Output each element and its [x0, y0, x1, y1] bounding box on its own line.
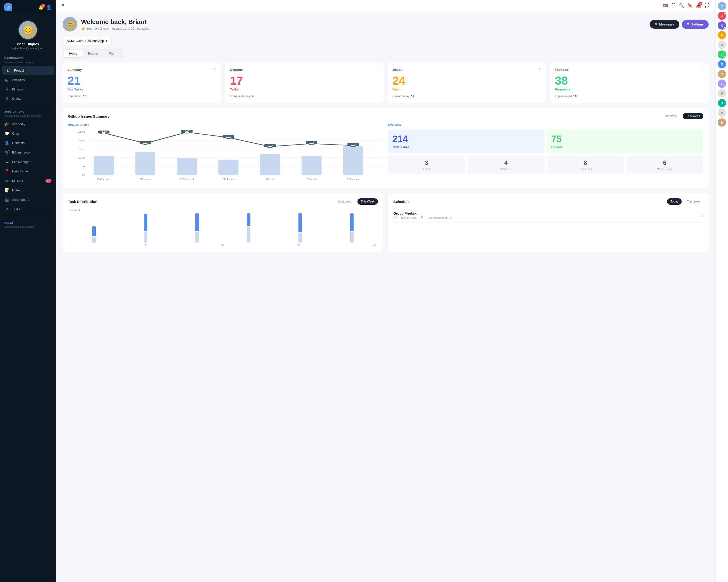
right-avatar-13[interactable]: E [718, 118, 726, 127]
right-avatar-9[interactable]: L [718, 80, 726, 88]
sidebar-item-label: Chat [12, 132, 19, 135]
menu-icon[interactable]: ≡ [62, 3, 64, 8]
svg-point-36 [226, 137, 232, 139]
avatar[interactable]: 😊 [18, 20, 37, 40]
this-week-btn-github[interactable]: This Week [683, 113, 703, 119]
right-avatar-4[interactable]: A [718, 31, 726, 39]
stat-title-issues: Issues [392, 68, 402, 72]
chevron-right-icon-2: › [51, 170, 51, 173]
tab-team[interactable]: Team [103, 50, 122, 57]
schedule-period-btns: Today Tomorrow [667, 198, 703, 205]
right-avatar-8[interactable]: S [718, 70, 726, 78]
inbox-icon[interactable]: 📥 5 [696, 3, 701, 8]
sidebar-item-notes[interactable]: 📝 Notes [0, 186, 56, 195]
bookmark-icon[interactable]: 🔖 [687, 3, 693, 8]
sidebar-item-label: Contacts [12, 141, 25, 145]
stat-number-overdue: 17 [230, 75, 379, 87]
messages-button[interactable]: ✉ Messages [650, 20, 679, 29]
right-panel: B J K A M T R S L M D M E [716, 0, 728, 582]
sidebar-item-file-manager[interactable]: ☁ File Manager [0, 157, 56, 167]
today-btn-schedule[interactable]: Today [667, 198, 682, 205]
svg-text:Thu: Thu [222, 178, 235, 181]
sidebar-item-label: ECommerce [12, 150, 30, 154]
notification-badge: 3 [41, 4, 45, 7]
closed-card: 75 Closed [547, 130, 703, 153]
right-avatar-6[interactable]: T [718, 51, 726, 59]
stat-menu-issues[interactable]: ⋮ [538, 67, 541, 72]
sidebar-item-mailbox[interactable]: ✉ Mailbox 27 [0, 176, 56, 186]
online-indicator-9 [724, 85, 726, 87]
gear-icon: ⚙ [686, 23, 690, 26]
github-chart-svg: 45 36 27 18 9 0 [68, 130, 383, 183]
mini-num-triage: 6 [630, 159, 700, 167]
this-week-btn-task[interactable]: This Week [358, 198, 378, 205]
stat-card-issues: Issues ⋮ 24 Open Closed today: 19 [388, 62, 546, 103]
sidebar-top: ◇ 🔔 3 👤 [0, 0, 56, 15]
notification-bell-icon[interactable]: 🔔 3 [38, 5, 44, 10]
stat-title-features: Features [555, 68, 568, 72]
sidebar-item-chat[interactable]: 💬 Chat [0, 129, 56, 138]
contacts-icon: 👤 [4, 141, 9, 145]
flag-icon[interactable]: 🇺🇸 [663, 3, 668, 8]
dashboards-label: DASHBOARDS [0, 54, 56, 61]
right-avatar-1[interactable]: B [718, 2, 726, 10]
last-week-btn-github[interactable]: Last Week [660, 113, 681, 119]
settings-button[interactable]: ⚙ Settings [682, 20, 709, 29]
tab-home[interactable]: Home [63, 50, 83, 57]
app-logo[interactable]: ◇ [4, 3, 12, 11]
stat-menu-summary[interactable]: ⋮ [213, 67, 216, 72]
right-avatar-2[interactable]: J [718, 11, 726, 20]
svg-rect-16 [260, 154, 280, 175]
sidebar-item-label: Crypto [12, 97, 21, 101]
sidebar-item-crypto[interactable]: ₿ Crypto [0, 94, 56, 103]
right-avatar-7[interactable]: R [718, 60, 726, 68]
overview-subtitle: Overview [388, 123, 703, 127]
sidebar-item-analytics[interactable]: ◎ Analytics [0, 75, 56, 85]
sidebar-item-label: File Manager [12, 160, 31, 164]
welcome-avatar: 😊 [62, 17, 77, 31]
ecommerce-icon: 🛒 [4, 150, 9, 155]
scrumboard-icon: ▦ [4, 197, 9, 202]
last-week-btn-task[interactable]: Last Week [335, 198, 355, 205]
sidebar-item-academy[interactable]: 🎓 Academy [0, 119, 56, 129]
sidebar-item-project[interactable]: ☑ Project [2, 66, 54, 75]
svg-text:9: 9 [81, 165, 85, 168]
stat-label-summary: Due Tasks [68, 87, 216, 91]
right-avatar-12[interactable]: M [718, 109, 726, 117]
stat-label-features: Proposals [555, 87, 704, 91]
right-avatar-10[interactable]: M [718, 89, 726, 98]
stat-number-issues: 24 [392, 75, 541, 87]
closed-label: Closed [551, 145, 699, 149]
stat-menu-features[interactable]: ⋮ [700, 67, 704, 72]
right-avatar-3[interactable]: K [718, 21, 726, 30]
fullscreen-icon[interactable]: ⛶ [672, 3, 676, 8]
mini-lbl-wontfix: Won't Fix [471, 168, 541, 170]
sidebar-item-tasks[interactable]: ✓ Tasks [0, 204, 56, 214]
tomorrow-btn-schedule[interactable]: Tomorrow [683, 198, 703, 205]
stat-menu-overdue[interactable]: ⋮ [375, 67, 379, 72]
sidebar-item-help-center[interactable]: ❓ Help Center › [0, 167, 56, 176]
chat-topbar-icon[interactable]: 💬 [704, 3, 709, 8]
svg-text:Mon: Mon [97, 178, 111, 181]
schedule-header: Schedule Today Tomorrow [393, 198, 703, 205]
mini-lbl-fixed: Fixed [391, 168, 462, 170]
sidebar-item-finance[interactable]: $ Finance [0, 85, 56, 94]
search-icon[interactable]: 🔍 [679, 3, 684, 8]
app-selector[interactable]: ACME Corp. Backend App ▾ [62, 37, 112, 45]
svg-point-38 [309, 143, 314, 145]
bell-small-icon: 🔔 [81, 27, 85, 30]
sidebar-item-scrumboard[interactable]: ▦ Scrumboard [0, 195, 56, 204]
tasks-icon: ✓ [4, 207, 9, 212]
welcome-text: Welcome back, Brian! 🔔 You have 2 new me… [81, 18, 150, 30]
app-selector-label: ACME Corp. Backend App [67, 39, 104, 43]
sidebar-item-ecommerce[interactable]: 🛒 ECommerce › [0, 148, 56, 157]
tab-budget[interactable]: Budget [83, 50, 103, 57]
sidebar-item-label: Finance [12, 87, 23, 91]
user-circle-icon[interactable]: 👤 [46, 5, 51, 10]
mini-num-reopened: 8 [550, 159, 621, 167]
right-avatar-5[interactable]: M [718, 41, 726, 49]
sidebar-item-contacts[interactable]: 👤 Contacts [0, 138, 56, 148]
chevron-right-schedule-icon[interactable]: › [702, 213, 703, 218]
right-avatar-11[interactable]: D [718, 99, 726, 107]
topbar: ≡ 🇺🇸 ⛶ 🔍 🔖 📥 5 💬 [56, 0, 716, 11]
